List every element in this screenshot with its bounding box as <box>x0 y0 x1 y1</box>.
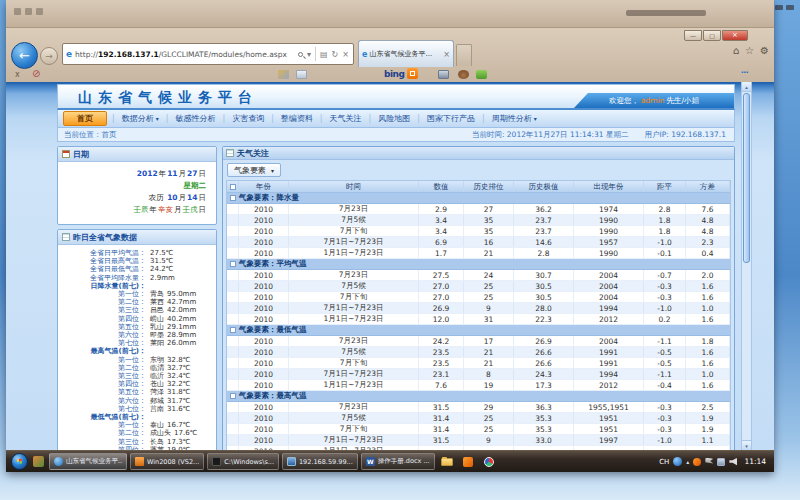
toolbar-logo-icon[interactable] <box>407 68 418 79</box>
table-row[interactable]: 20107月23日27.52430.72004-0.72.0 <box>227 270 730 281</box>
table-row[interactable]: 20107月下旬27.02530.52004-0.31.6 <box>227 292 730 303</box>
explorer-pin[interactable] <box>438 453 456 470</box>
header-select-cell[interactable] <box>227 181 239 192</box>
launcher-icon[interactable] <box>33 456 44 467</box>
table-row[interactable]: 20107月1日~7月23日26.9928.01994-1.01.0 <box>227 303 730 314</box>
taskbar-button-3[interactable]: C:\Windows\s... <box>207 453 279 470</box>
group-select-cell[interactable] <box>227 327 239 333</box>
breadcrumb[interactable]: 当前位置：首页 <box>64 130 117 140</box>
camera-icon[interactable] <box>438 70 449 79</box>
group-select-cell[interactable] <box>227 393 239 399</box>
group-header-row[interactable]: 气象要素：平均气温 <box>227 259 730 270</box>
paw-icon[interactable] <box>458 70 469 79</box>
table-row[interactable]: 20107月下旬23.52126.61991-0.51.6 <box>227 358 730 369</box>
checkbox-icon[interactable] <box>230 195 236 201</box>
nav-item-7[interactable]: 风险地图 <box>371 113 417 124</box>
nav-item-5[interactable]: 整编资料 <box>274 113 320 124</box>
refresh-icon[interactable]: ↻ <box>332 50 339 59</box>
scroll-down-icon[interactable]: ▾ <box>742 440 751 450</box>
tray-expand-icon[interactable]: ▴ <box>686 458 689 465</box>
table-row[interactable]: 20101月1日~7月23日1.7212.81990-0.10.4 <box>227 248 730 259</box>
table-row[interactable]: 20107月1日~7月23日23.1824.31994-1.11.0 <box>227 369 730 380</box>
group-header-row[interactable]: 气象要素：降水量 <box>227 193 730 204</box>
update-icon[interactable] <box>693 458 701 466</box>
nav-item-2[interactable]: 数据分析▾ <box>115 113 166 124</box>
group-header-row[interactable]: 气象要素：最高气温 <box>227 391 730 402</box>
address-bar[interactable]: e http://192.168.137.1/GLCCLIMATE/module… <box>62 43 354 65</box>
vm-titlebar[interactable] <box>6 0 774 28</box>
scrollbar-thumb[interactable] <box>743 93 750 263</box>
addon-card-icon[interactable] <box>278 70 289 79</box>
back-button[interactable]: ← <box>11 42 38 69</box>
stop-icon[interactable]: × <box>342 50 349 59</box>
bing-logo[interactable]: bing <box>384 69 404 79</box>
app-pin-browser[interactable] <box>480 453 498 470</box>
table-row[interactable]: 20107月23日24.21726.92004-1.11.8 <box>227 336 730 347</box>
nav-item-3[interactable]: 敏感性分析 <box>168 113 222 124</box>
minimize-button[interactable]: — <box>684 30 702 41</box>
table-row[interactable]: 20107月5候27.02530.52004-0.31.6 <box>227 281 730 292</box>
tab-close-icon[interactable]: × <box>443 50 450 59</box>
table-row[interactable]: 20107月23日2.92736.219742.87.6 <box>227 204 730 215</box>
browser-tab[interactable]: e 山东省气候业务平... × <box>358 40 454 67</box>
table-row[interactable]: 20107月5候31.42535.31951-0.31.9 <box>227 413 730 424</box>
checkbox-icon[interactable] <box>230 393 236 399</box>
url-text[interactable]: http://192.168.137.1/GLCCLIMATE/modules/… <box>75 50 294 59</box>
network-icon[interactable] <box>717 458 725 466</box>
forward-button[interactable]: → <box>40 47 58 65</box>
group-header-row[interactable]: 气象要素：最低气温 <box>227 325 730 336</box>
scroll-up-icon[interactable]: ▴ <box>742 82 751 92</box>
table-row[interactable]: 20107月5候3.43523.719901.84.8 <box>227 215 730 226</box>
group-select-cell[interactable] <box>227 195 239 201</box>
checkbox-icon[interactable] <box>230 184 236 190</box>
element-selector-button[interactable]: 气象要素 ▾ <box>227 163 281 177</box>
app-pin-orange[interactable] <box>459 453 477 470</box>
nav-item-9[interactable]: 周期性分析▾ <box>485 113 544 124</box>
puzzle-icon[interactable] <box>476 70 487 79</box>
star-icon[interactable]: ☆ <box>745 46 754 56</box>
table-row[interactable]: 20107月23日31.52936.31955,1951-0.32.5 <box>227 402 730 413</box>
cell: 12.0 <box>419 314 464 324</box>
chevron-down-icon[interactable]: ▾ <box>307 50 311 59</box>
taskbar-button-4[interactable]: 192.168.59.99... <box>282 453 358 470</box>
nav-item-6[interactable]: 天气关注 <box>323 113 369 124</box>
action-center-flag-icon[interactable] <box>705 458 713 466</box>
addon-mail-icon[interactable] <box>296 70 307 79</box>
table-row[interactable]: 20107月下旬3.43523.719901.84.8 <box>227 226 730 237</box>
compatibility-icon[interactable]: ▤ <box>320 50 328 59</box>
close-button[interactable]: × <box>722 30 748 41</box>
checkbox-icon[interactable] <box>230 261 236 267</box>
vertical-scrollbar[interactable]: ▴ ▾ <box>741 82 752 450</box>
checkbox-icon[interactable] <box>230 327 236 333</box>
nav-item-4[interactable]: 灾害查询 <box>225 113 271 124</box>
vm-menu-icons[interactable] <box>14 8 43 15</box>
taskbar-button-2[interactable]: Win2008 (VS2... <box>130 453 204 470</box>
nav-item-1[interactable]: 首页 <box>63 111 107 126</box>
table-row[interactable]: 20107月下旬31.42535.31951-0.31.9 <box>227 424 730 435</box>
close-bar-icon[interactable]: x <box>15 70 20 79</box>
taskbar-button-5[interactable]: W操作手册.docx ... <box>361 453 435 470</box>
clock[interactable]: 11:14 <box>744 457 766 466</box>
language-indicator[interactable]: CH <box>659 458 669 466</box>
more-icon[interactable]: ⋯ <box>741 68 750 77</box>
table-row[interactable]: 20101月1日~7月23日12.03122.320120.21.6 <box>227 314 730 325</box>
cell: 14.6 <box>514 237 574 247</box>
table-row[interactable]: 20107月1日~7月23日6.91614.61957-1.02.3 <box>227 237 730 248</box>
table-row[interactable]: 20107月5候23.52126.61991-0.51.6 <box>227 347 730 358</box>
table-row[interactable]: 20101月1日~7月23日7.61917.32012-0.41.6 <box>227 380 730 391</box>
new-tab-button[interactable] <box>456 44 472 66</box>
volume-icon[interactable] <box>729 458 737 466</box>
messenger-icon[interactable] <box>673 457 682 466</box>
bing-toolbar[interactable]: bing <box>384 68 418 79</box>
blocked-icon[interactable]: ⊘ <box>32 68 40 79</box>
nav-item-8[interactable]: 国家下行产品 <box>420 113 482 124</box>
start-button[interactable] <box>11 453 28 470</box>
taskbar-button-1[interactable]: 山东省气候业务平... <box>49 453 127 470</box>
gear-icon[interactable]: ⚙ <box>760 46 769 56</box>
table-row[interactable]: 20107月1日~7月23日31.5933.01997-1.01.1 <box>227 435 730 446</box>
home-icon[interactable]: ⌂ <box>733 46 739 56</box>
group-select-cell[interactable] <box>227 261 239 267</box>
rank-row: 第四位：苍山32.2℃ <box>58 380 216 388</box>
search-icon[interactable] <box>298 52 303 57</box>
maximize-button[interactable]: ▢ <box>703 30 721 41</box>
